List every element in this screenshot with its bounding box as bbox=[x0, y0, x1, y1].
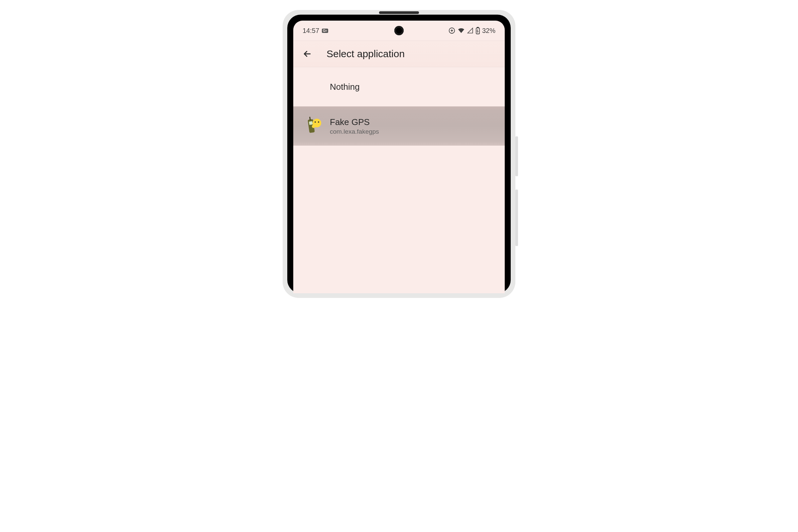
speaker-slit bbox=[379, 11, 419, 14]
svg-rect-1 bbox=[476, 28, 479, 34]
back-button[interactable] bbox=[301, 47, 314, 60]
svg-rect-2 bbox=[477, 27, 478, 28]
app-bar: Select application bbox=[293, 41, 505, 67]
status-right: 32% bbox=[448, 27, 495, 35]
phone-frame-inner: 14:57 G≡ bbox=[287, 15, 511, 293]
cellular-icon bbox=[467, 27, 474, 34]
screen: 14:57 G≡ bbox=[293, 21, 505, 293]
wifi-icon bbox=[457, 27, 465, 34]
fake-gps-icon bbox=[307, 118, 321, 134]
news-icon: G≡ bbox=[322, 28, 328, 33]
data-saver-icon bbox=[448, 27, 456, 34]
status-left: 14:57 G≡ bbox=[303, 27, 328, 35]
battery-percent: 32% bbox=[482, 27, 495, 35]
front-camera bbox=[394, 26, 404, 35]
status-time: 14:57 bbox=[303, 27, 319, 35]
phone-frame: 14:57 G≡ bbox=[283, 10, 515, 298]
arrow-back-icon bbox=[302, 49, 312, 59]
empty-icon-slot bbox=[307, 79, 321, 94]
list-item-title: Fake GPS bbox=[330, 117, 379, 127]
page-title: Select application bbox=[326, 48, 405, 59]
app-list: Nothing Fake GPS com.lexa.fakegps bbox=[293, 67, 505, 146]
list-item-fake-gps[interactable]: Fake GPS com.lexa.fakegps bbox=[293, 107, 505, 146]
side-button-lower bbox=[515, 190, 518, 246]
list-item-title: Nothing bbox=[330, 82, 360, 92]
list-item-nothing[interactable]: Nothing bbox=[293, 67, 505, 107]
side-button-upper bbox=[515, 136, 518, 176]
list-item-subtitle: com.lexa.fakegps bbox=[330, 128, 379, 135]
app-icon-fake-gps bbox=[307, 119, 321, 133]
battery-icon bbox=[475, 27, 480, 34]
